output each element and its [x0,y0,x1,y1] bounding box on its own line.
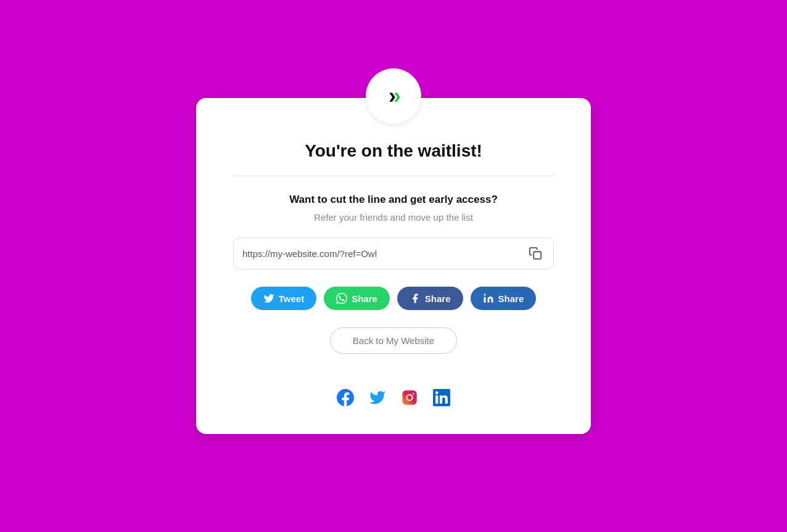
linkedin-social-svg [433,389,450,406]
facebook-icon [410,293,421,304]
social-linkedin-icon[interactable] [432,388,451,407]
facebook-share-button[interactable]: Share [397,287,463,310]
whatsapp-share-button[interactable]: Share [324,287,390,310]
social-twitter-icon[interactable] [368,388,387,407]
logo-circle: ›› [366,68,421,124]
back-to-website-button[interactable]: Back to My Website [330,327,457,354]
copy-icon [529,247,542,260]
social-facebook-icon[interactable] [336,388,355,407]
card-divider [233,176,554,176]
social-icons-row [233,388,554,407]
card-description: Refer your friends and move up the list [233,212,554,223]
whatsapp-icon [336,293,347,304]
linkedin-share-icon [483,293,494,304]
logo-icon: ›› [389,85,398,107]
svg-point-1 [484,294,485,296]
svg-rect-2 [402,390,416,404]
facebook-social-svg [337,389,354,406]
facebook-label: Share [425,293,451,304]
linkedin-share-button[interactable]: Share [471,287,537,310]
share-buttons-group: Tweet Share Share Share [233,287,554,310]
linkedin-label: Share [498,293,524,304]
twitter-social-svg [369,389,386,406]
main-card: You're on the waitlist! Want to cut the … [196,98,591,434]
tweet-label: Tweet [279,293,304,304]
chevron-left-icon: › [389,83,394,108]
card-subtitle: Want to cut the line and get early acces… [233,194,554,206]
tweet-button[interactable]: Tweet [251,287,316,310]
svg-rect-0 [534,252,541,259]
card-title: You're on the waitlist! [233,141,554,161]
back-button-wrapper: Back to My Website [233,327,554,371]
copy-button[interactable] [526,244,545,263]
twitter-icon [263,293,274,304]
whatsapp-label: Share [352,293,377,304]
referral-url: https://my-website.com/?ref=Owl [242,248,526,259]
page-wrapper: ›› You're on the waitlist! Want to cut t… [196,98,591,434]
instagram-social-svg [401,389,418,406]
chevron-right-icon: › [394,83,398,108]
social-instagram-icon[interactable] [400,388,419,407]
referral-box: https://my-website.com/?ref=Owl [233,237,554,269]
